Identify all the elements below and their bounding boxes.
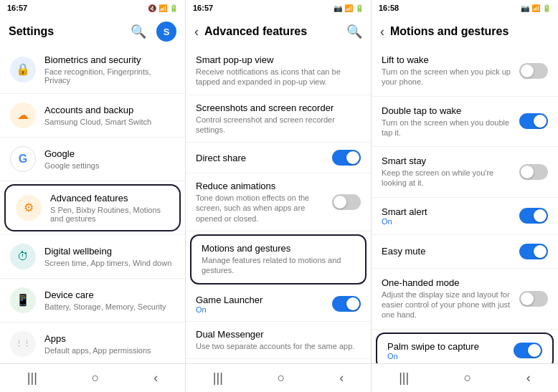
lift-to-wake-desc: Turn on the screen when you pick up your… [382, 67, 512, 87]
accounts-title: Accounts and backup [44, 105, 175, 117]
palm-swipe-toggle[interactable] [514, 343, 542, 358]
reduce-animations-knob [334, 196, 346, 209]
direct-share-toggle-knob [346, 151, 359, 164]
nav-home-2[interactable]: ○ [278, 371, 285, 386]
nav-back-1[interactable]: ‹ [153, 371, 158, 386]
smart-stay-row[interactable]: Smart stay Keep the screen on while you'… [372, 148, 558, 196]
google-icon: G [10, 146, 36, 172]
direct-share-toggle[interactable] [332, 150, 361, 166]
search-icon-2[interactable]: 🔍 [346, 24, 362, 39]
smart-stay-title: Smart stay [382, 156, 512, 166]
google-subtitle: Google settings [44, 161, 175, 170]
digital-subtitle: Screen time, App timers, Wind down [44, 259, 175, 267]
advanced-list: Smart pop-up view Receive notifications … [186, 47, 371, 363]
easy-mute-row[interactable]: Easy mute [372, 236, 558, 267]
smart-popup-desc: Receive notifications as icons that can … [196, 67, 361, 87]
sidebar-item-biometrics[interactable]: 🔒 Biometrics and security Face recogniti… [0, 47, 185, 92]
apps-subtitle: Default apps, App permissions [44, 346, 175, 355]
settings-list: 🔒 Biometrics and security Face recogniti… [0, 47, 185, 363]
advanced-icon: ⚙ [16, 195, 42, 221]
screenshots-row[interactable]: Screenshots and screen recorder Control … [186, 95, 371, 143]
lift-to-wake-title: Lift to wake [382, 54, 512, 65]
lift-to-wake-toggle[interactable] [519, 63, 548, 79]
direct-share-title: Direct share [196, 153, 246, 163]
nav-home-1[interactable]: ○ [92, 371, 100, 386]
double-tap-title: Double tap to wake [382, 105, 512, 116]
accounts-icon: ☁ [10, 102, 36, 128]
palm-swipe-on: On [387, 352, 506, 360]
reduce-animations-row[interactable]: Reduce animations Tone down motion effec… [186, 173, 371, 231]
settings-header-icons: 🔍 S [131, 21, 176, 42]
sidebar-item-digital[interactable]: ⏱ Digital wellbeing Screen time, App tim… [0, 236, 185, 277]
game-launcher-on: On [196, 305, 326, 314]
direct-share-row[interactable]: Direct share [186, 143, 371, 173]
digital-title: Digital wellbeing [44, 246, 175, 258]
nav-bar-2: ||| ○ ‹ [186, 363, 371, 392]
one-handed-toggle[interactable] [519, 291, 548, 307]
status-icons-1: 🔇 📶 🔋 [148, 4, 178, 12]
nav-recent-2[interactable]: ||| [213, 371, 223, 386]
biometrics-title: Biometrics and security [44, 54, 175, 67]
accounts-subtitle: Samsung Cloud, Smart Switch [44, 118, 175, 126]
nav-recent-3[interactable]: ||| [399, 371, 409, 386]
device-subtitle: Battery, Storage, Memory, Security [44, 302, 175, 311]
advanced-subtitle: S Pen, Bixby Routines, Motions and gestu… [50, 206, 169, 223]
sidebar-item-device[interactable]: 📱 Device care Battery, Storage, Memory, … [0, 280, 185, 320]
easy-mute-toggle[interactable] [519, 244, 548, 259]
status-bar-1: 16:57 🔇 📶 🔋 [0, 0, 185, 16]
back-arrow-2[interactable]: ‹ [194, 24, 199, 39]
time-2: 16:57 [193, 4, 213, 12]
smart-alert-title: Smart alert [382, 206, 512, 217]
smart-popup-row[interactable]: Smart pop-up view Receive notifications … [186, 47, 371, 95]
smart-alert-toggle[interactable] [519, 208, 548, 224]
dual-messenger-row[interactable]: Dual Messenger Use two separate accounts… [186, 322, 371, 359]
easy-mute-title: Easy mute [382, 246, 512, 257]
nav-back-3[interactable]: ‹ [526, 371, 531, 386]
nav-back-2[interactable]: ‹ [339, 371, 344, 386]
reduce-animations-toggle[interactable] [332, 194, 361, 210]
lift-to-wake-row[interactable]: Lift to wake Turn on the screen when you… [372, 47, 558, 95]
nav-recent-1[interactable]: ||| [27, 371, 37, 386]
double-tap-row[interactable]: Double tap to wake Turn on the screen wh… [372, 98, 558, 145]
panel-advanced: 16:57 📷 📶 🔋 ‹ Advanced features 🔍 Smart … [186, 0, 372, 392]
nav-bar-1: ||| ○ ‹ [0, 363, 185, 392]
settings-title: Settings [9, 25, 131, 38]
search-icon[interactable]: 🔍 [131, 24, 146, 39]
nav-home-3[interactable]: ○ [464, 371, 472, 386]
digital-icon: ⏱ [10, 244, 36, 269]
biometrics-subtitle: Face recognition, Fingerprints, Privacy [44, 67, 175, 85]
back-arrow-3[interactable]: ‹ [380, 24, 384, 39]
motions-desc: Manage features related to motions and g… [202, 255, 355, 276]
dual-messenger-desc: Use two separate accounts for the same a… [196, 341, 361, 351]
status-bar-2: 16:57 📷 📶 🔋 [186, 0, 371, 16]
palm-swipe-title: Palm swipe to capture [387, 341, 506, 352]
double-tap-desc: Turn on the screen when you double tap i… [382, 118, 512, 138]
palm-swipe-row[interactable]: Palm swipe to capture On [376, 333, 554, 363]
smart-alert-row[interactable]: Smart alert On [372, 199, 558, 233]
smart-stay-toggle[interactable] [519, 164, 548, 180]
one-handed-row[interactable]: One-handed mode Adjust the display size … [372, 270, 558, 328]
game-launcher-toggle[interactable] [332, 296, 361, 312]
smart-alert-on: On [382, 217, 512, 226]
time-1: 16:57 [7, 4, 27, 12]
sidebar-item-accounts[interactable]: ☁ Accounts and backup Samsung Cloud, Sma… [0, 95, 185, 135]
motions-row[interactable]: Motions and gestures Manage features rel… [190, 234, 367, 285]
advanced-header-title: Advanced features [204, 25, 346, 38]
sidebar-item-advanced[interactable]: ⚙ Advanced features S Pen, Bixby Routine… [4, 184, 181, 231]
apps-title: Apps [44, 333, 175, 345]
double-tap-toggle[interactable] [519, 113, 548, 129]
avatar[interactable]: S [156, 21, 176, 42]
apps-icon: ⋮⋮ [10, 331, 36, 357]
game-launcher-row[interactable]: Game Launcher On [186, 287, 371, 322]
screenshots-title: Screenshots and screen recorder [196, 102, 361, 113]
sidebar-item-google[interactable]: G Google Google settings [0, 139, 185, 179]
game-launcher-knob [346, 297, 359, 310]
device-icon: 📱 [10, 287, 36, 313]
one-handed-title: One-handed mode [382, 277, 512, 288]
nav-bar-3: ||| ○ ‹ [372, 363, 558, 392]
sidebar-item-apps[interactable]: ⋮⋮ Apps Default apps, App permissions [0, 324, 185, 363]
status-icons-3: 📷 📶 🔋 [521, 4, 551, 12]
smart-popup-title: Smart pop-up view [196, 54, 361, 65]
time-3: 16:58 [379, 4, 399, 12]
status-bar-3: 16:58 📷 📶 🔋 [372, 0, 558, 16]
